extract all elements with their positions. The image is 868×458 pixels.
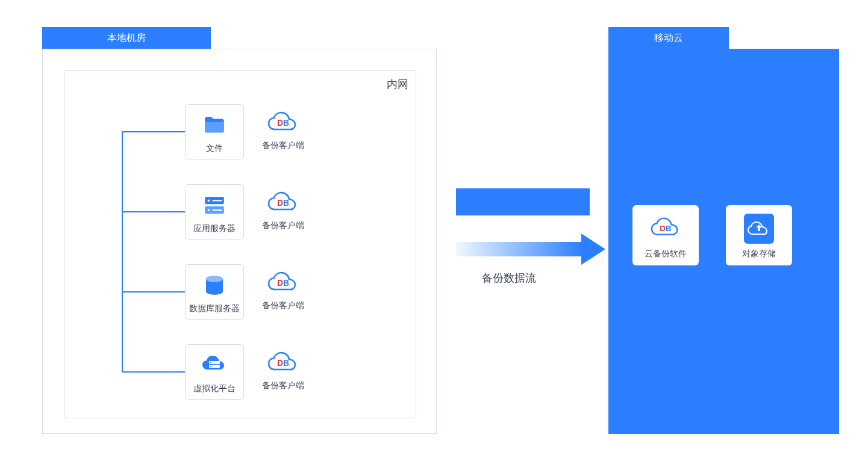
cloud-nodes: DB 云备份软件 对象存储	[632, 205, 792, 265]
db-server-label: 数据库服务器	[189, 303, 240, 314]
node-row-file: 文件 DB 备份客户端	[185, 104, 304, 159]
object-storage-label: 对象存储	[742, 249, 776, 259]
app-server-label: 应用服务器	[193, 223, 236, 234]
node-row-db-server: 数据库服务器 DB 备份客户端	[185, 264, 304, 320]
backup-client-3: DB 备份客户端	[262, 264, 304, 311]
db-server-node: 数据库服务器	[185, 264, 244, 320]
object-storage-node: 对象存储	[726, 205, 792, 265]
arrow-body	[456, 242, 582, 256]
svg-text:DB: DB	[277, 118, 289, 128]
svg-rect-0	[205, 122, 224, 133]
backup-client-label-3: 备份客户端	[262, 300, 304, 311]
virtualization-label: 虚拟化平台	[193, 383, 236, 394]
cloud-server-icon	[200, 351, 229, 380]
svg-text:DB: DB	[277, 358, 289, 368]
cloud-backup-software-label: 云备份软件	[645, 249, 687, 259]
cloud-header: 移动云	[608, 27, 729, 49]
arrow-head-icon	[581, 234, 605, 265]
backup-client-label-2: 备份客户端	[262, 220, 304, 231]
svg-rect-6	[213, 200, 222, 201]
cloud-backup-software-node: DB 云备份软件	[632, 205, 699, 265]
local-room-header: 本地机房	[42, 27, 211, 49]
database-icon	[200, 271, 229, 300]
intranet-panel: 内网 文件 DB 备份客户端	[64, 70, 416, 418]
flow-block	[456, 188, 590, 215]
tree-connector-h4	[122, 371, 185, 373]
svg-point-14	[210, 362, 211, 364]
cloud-db-icon: DB	[266, 191, 300, 218]
svg-point-5	[208, 209, 210, 211]
intranet-label: 内网	[387, 77, 408, 91]
svg-text:DB: DB	[660, 224, 672, 233]
cloud-panel: DB 云备份软件 对象存储	[608, 49, 839, 434]
cloud-upload-icon	[743, 212, 775, 245]
svg-point-15	[210, 366, 211, 367]
node-row-app-server: 应用服务器 DB 备份客户端	[185, 184, 304, 240]
svg-point-4	[208, 199, 210, 202]
backup-client-2: DB 备份客户端	[262, 184, 304, 231]
tree-connector-vertical	[122, 131, 123, 372]
tree-connector-h1	[122, 131, 185, 132]
app-server-node: 应用服务器	[185, 184, 244, 240]
cloud-db-icon: DB	[266, 271, 300, 298]
server-icon	[200, 191, 229, 220]
cloud-db-icon: DB	[266, 351, 300, 378]
cloud-db-icon: DB	[266, 111, 300, 138]
file-node: 文件	[185, 104, 244, 159]
backup-client-label-4: 备份客户端	[262, 380, 304, 391]
svg-text:DB: DB	[277, 198, 289, 208]
backup-client-1: DB 备份客户端	[262, 104, 304, 151]
local-room-panel: 内网 文件 DB 备份客户端	[42, 49, 437, 434]
svg-text:DB: DB	[277, 278, 289, 288]
flow-label: 备份数据流	[482, 271, 536, 285]
file-label: 文件	[206, 143, 223, 154]
folder-icon	[200, 111, 229, 140]
virtualization-node: 虚拟化平台	[185, 344, 244, 400]
node-row-virtualization: 虚拟化平台 DB 备份客户端	[185, 344, 304, 400]
backup-client-label-1: 备份客户端	[262, 140, 304, 151]
svg-point-10	[206, 276, 223, 282]
diagram-canvas: 本地机房 内网 文件 DB	[0, 0, 868, 458]
svg-rect-7	[213, 209, 222, 211]
flow-arrow	[456, 237, 607, 261]
backup-client-4: DB 备份客户端	[262, 344, 304, 391]
tree-connector-h3	[122, 291, 185, 292]
tree-connector-h2	[122, 211, 185, 212]
cloud-db-icon: DB	[649, 212, 682, 245]
